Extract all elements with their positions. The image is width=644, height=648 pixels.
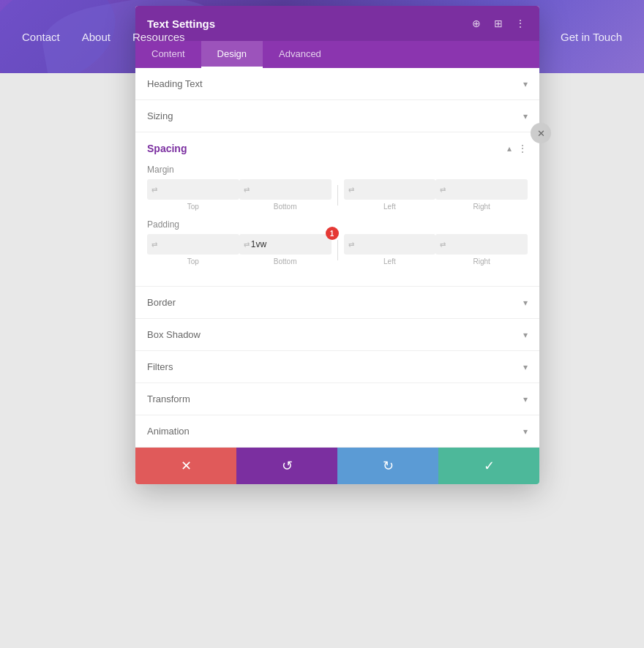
padding-top-sub: Top <box>187 257 199 265</box>
animation-section[interactable]: Animation ▾ <box>135 415 539 448</box>
navbar: Contact About Resources Get in Touch <box>0 0 644 73</box>
padding-fields-row: ⇄ Top ⇄ 1 Bot <box>147 234 528 265</box>
spacing-header-icons: ▴ ⋮ <box>507 143 528 154</box>
spacing-label: Spacing <box>147 143 507 154</box>
spacing-section: Spacing ▴ ⋮ Margin ⇄ <box>135 132 539 287</box>
box-shadow-chevron: ▾ <box>523 330 528 340</box>
margin-bottom-input[interactable] <box>251 184 327 195</box>
filters-label: Filters <box>147 361 523 372</box>
padding-bottom-input-inner: ⇄ 1 <box>239 234 332 255</box>
margin-left-pair: ⇄ Top ⇄ Bottom <box>147 179 332 211</box>
box-shadow-section[interactable]: Box Shadow ▾ <box>135 319 539 351</box>
cancel-button[interactable]: ✕ <box>135 448 236 484</box>
box-shadow-label: Box Shadow <box>147 329 523 340</box>
margin-divider <box>337 185 338 206</box>
transform-chevron: ▾ <box>523 394 528 404</box>
modal-body: Heading Text ▾ Sizing ▾ Spacing ▴ ⋮ Marg… <box>135 68 539 484</box>
margin-field-group: Margin ⇄ Top <box>147 165 528 211</box>
padding-top-wrap: ⇄ Top <box>147 234 239 265</box>
save-button[interactable]: ✓ <box>438 448 539 484</box>
margin-top-link-icon: ⇄ <box>151 186 157 194</box>
margin-left-sub: Left <box>383 203 396 211</box>
transform-section[interactable]: Transform ▾ <box>135 383 539 415</box>
padding-top-link-icon: ⇄ <box>151 241 157 249</box>
sizing-chevron: ▾ <box>523 111 528 121</box>
redo-button[interactable]: ↻ <box>337 448 438 484</box>
margin-left-input[interactable] <box>356 184 432 195</box>
reset-icon: ↺ <box>282 458 293 474</box>
nav-links: Contact About Resources <box>22 31 185 43</box>
spacing-menu-icon[interactable]: ⋮ <box>517 143 528 154</box>
nav-contact[interactable]: Contact <box>22 31 60 43</box>
padding-right-link-icon: ⇄ <box>440 241 446 249</box>
transform-label: Transform <box>147 393 523 404</box>
padding-divider <box>337 240 338 260</box>
text-settings-modal: Text Settings ⊕ ⊞ ⋮ Content Design Advan… <box>135 6 539 484</box>
spacing-chevron-icon: ▴ <box>507 143 512 154</box>
filters-section[interactable]: Filters ▾ <box>135 351 539 383</box>
margin-label: Margin <box>147 165 528 175</box>
margin-bottom-input-inner: ⇄ <box>239 179 332 200</box>
padding-bottom-input[interactable] <box>251 239 327 249</box>
nav-about[interactable]: About <box>82 31 111 43</box>
margin-top-input[interactable] <box>159 184 235 195</box>
padding-left-input[interactable] <box>356 239 432 249</box>
margin-right-input[interactable] <box>447 184 523 195</box>
nav-cta[interactable]: Get in Touch <box>561 31 622 43</box>
padding-bottom-link-icon: ⇄ <box>244 241 250 249</box>
heading-text-label: Heading Text <box>147 78 523 89</box>
margin-left-input-inner: ⇄ <box>344 179 436 200</box>
padding-right-wrap2: ⇄ Right <box>435 234 528 265</box>
margin-top-sub: Top <box>187 203 199 211</box>
save-icon: ✓ <box>484 458 495 474</box>
padding-bottom-sub: Bottom <box>274 257 297 265</box>
margin-right-sub: Right <box>473 203 490 211</box>
cancel-icon: ✕ <box>181 458 192 474</box>
heading-text-chevron: ▾ <box>523 79 528 89</box>
padding-left-wrap2: ⇄ Left <box>344 234 436 265</box>
animation-chevron: ▾ <box>523 426 528 437</box>
spacing-content: Margin ⇄ Top <box>135 165 539 286</box>
margin-fields-row: ⇄ Top ⇄ Bottom <box>147 179 528 211</box>
border-chevron: ▾ <box>523 298 528 308</box>
margin-top-wrap: ⇄ Top <box>147 179 239 211</box>
border-label: Border <box>147 297 523 308</box>
margin-left-wrap: ⇄ Left <box>344 179 436 211</box>
margin-left-link-icon: ⇄ <box>348 186 354 194</box>
margin-right-link-icon: ⇄ <box>440 186 446 194</box>
nav-resources[interactable]: Resources <box>132 31 185 43</box>
sizing-section[interactable]: Sizing ▾ <box>135 100 539 132</box>
padding-left-link-icon: ⇄ <box>348 241 354 249</box>
padding-right-input[interactable] <box>447 239 523 249</box>
margin-bottom-sub: Bottom <box>274 203 297 211</box>
action-bar: ✕ ↺ ↻ ✓ <box>135 448 539 484</box>
padding-left-sub: Left <box>383 257 396 265</box>
padding-badge: 1 <box>326 227 339 240</box>
padding-top-input[interactable] <box>159 239 235 249</box>
border-section[interactable]: Border ▾ <box>135 287 539 319</box>
padding-right-pair: ⇄ Left ⇄ Right <box>344 234 528 265</box>
reset-button[interactable]: ↺ <box>236 448 337 484</box>
padding-left-pair: ⇄ Top ⇄ 1 Bot <box>147 234 332 265</box>
margin-bottom-wrap: ⇄ Bottom <box>239 179 332 211</box>
padding-top-input-inner: ⇄ <box>147 234 239 255</box>
padding-bottom-wrap: ⇄ 1 Bottom <box>239 234 332 265</box>
spacing-header[interactable]: Spacing ▴ ⋮ <box>135 132 539 165</box>
sizing-label: Sizing <box>147 110 523 121</box>
filters-chevron: ▾ <box>523 362 528 372</box>
margin-bottom-link-icon: ⇄ <box>244 186 250 194</box>
margin-right-pair: ⇄ Left ⇄ Right <box>344 179 528 211</box>
padding-left-input-inner: ⇄ <box>344 234 436 255</box>
padding-right-sub: Right <box>473 257 490 265</box>
margin-right-wrap: ⇄ Right <box>435 179 528 211</box>
redo-icon: ↻ <box>383 458 394 474</box>
padding-label: Padding <box>147 219 528 230</box>
animation-label: Animation <box>147 426 523 437</box>
close-icon[interactable]: ✕ <box>531 123 551 143</box>
margin-right-input-inner: ⇄ <box>435 179 528 200</box>
padding-right-input-inner: ⇄ <box>435 234 528 255</box>
margin-top-input-inner: ⇄ <box>147 179 239 200</box>
padding-field-group: Padding ⇄ Top <box>147 219 528 265</box>
